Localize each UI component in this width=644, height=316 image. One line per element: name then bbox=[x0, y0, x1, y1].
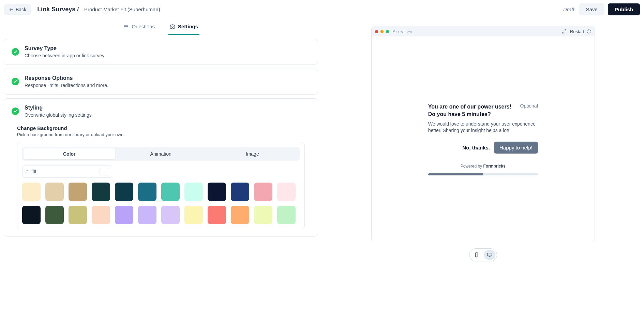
bg-tab-image[interactable]: Image bbox=[207, 148, 298, 159]
svg-line-5 bbox=[565, 30, 566, 31]
save-button[interactable]: Save bbox=[579, 3, 604, 15]
color-swatch[interactable] bbox=[22, 183, 41, 201]
powered-brand: Formbricks bbox=[483, 164, 505, 169]
color-swatch[interactable] bbox=[92, 183, 110, 201]
color-swatch[interactable] bbox=[69, 183, 87, 201]
powered-prefix: Powered by bbox=[461, 164, 483, 169]
restart-button[interactable]: Restart bbox=[570, 29, 591, 34]
check-icon bbox=[12, 107, 19, 115]
back-label: Back bbox=[16, 7, 26, 12]
color-swatch[interactable] bbox=[277, 206, 296, 224]
check-icon bbox=[12, 48, 19, 56]
smartphone-icon bbox=[474, 252, 479, 258]
survey-cta-button[interactable]: Happy to help! bbox=[494, 142, 538, 154]
restart-label: Restart bbox=[570, 29, 584, 34]
survey-card: You are one of our power users! Do you h… bbox=[427, 103, 539, 175]
color-swatch[interactable] bbox=[138, 183, 156, 201]
bg-tab-color[interactable]: Color bbox=[24, 148, 115, 159]
tab-questions[interactable]: Questions bbox=[122, 19, 156, 35]
background-picker: Color Animation Image # bbox=[17, 142, 305, 229]
preview-actions: Restart bbox=[562, 29, 591, 34]
svg-point-4 bbox=[172, 26, 173, 27]
arrow-left-icon bbox=[9, 7, 14, 12]
survey-progress-bar bbox=[428, 173, 483, 175]
status-badge: Draft bbox=[563, 6, 574, 12]
expand-icon[interactable] bbox=[562, 29, 567, 34]
color-swatch[interactable] bbox=[184, 183, 203, 201]
card-title: Response Options bbox=[25, 75, 310, 81]
color-swatch[interactable] bbox=[115, 206, 133, 224]
color-swatch[interactable] bbox=[115, 183, 133, 201]
survey-name: Product Market Fit (Superhuman) bbox=[84, 6, 160, 12]
hex-prefix: # bbox=[25, 169, 28, 174]
device-toggle bbox=[469, 248, 497, 261]
card-response-options[interactable]: Response Options Response limits, redire… bbox=[4, 69, 318, 95]
preview-label: Preview bbox=[392, 29, 412, 34]
background-tabs: Color Animation Image bbox=[22, 147, 300, 161]
tab-questions-label: Questions bbox=[132, 24, 155, 29]
card-styling: Styling Overwrite global styling setting… bbox=[4, 98, 318, 236]
preview-body: You are one of our power users! Do you h… bbox=[372, 37, 595, 242]
svg-line-6 bbox=[563, 32, 564, 33]
check-icon bbox=[12, 78, 19, 85]
color-swatch[interactable] bbox=[254, 183, 272, 201]
color-swatch[interactable] bbox=[231, 183, 249, 201]
color-swatch[interactable] bbox=[184, 206, 203, 224]
device-mobile-button[interactable] bbox=[471, 250, 482, 260]
styling-header[interactable]: Styling Overwrite global styling setting… bbox=[4, 99, 318, 121]
color-swatches bbox=[22, 183, 300, 224]
card-desc: Response limits, redirections and more. bbox=[25, 83, 310, 88]
color-swatch[interactable] bbox=[45, 206, 64, 224]
svg-rect-7 bbox=[475, 253, 478, 257]
editor-tabs: Questions Settings bbox=[0, 19, 322, 35]
card-title: Styling bbox=[25, 105, 310, 111]
refresh-icon bbox=[586, 29, 591, 34]
survey-question: You are one of our power users! Do you h… bbox=[428, 103, 517, 118]
preview-pane: Preview Restart Y bbox=[322, 19, 644, 316]
window-dots-icon bbox=[375, 30, 389, 33]
color-swatch[interactable] bbox=[138, 206, 156, 224]
header: Back Link Surveys / Product Market Fit (… bbox=[0, 0, 644, 19]
section-desc: Pick a background from our library or up… bbox=[17, 132, 305, 137]
color-swatch[interactable] bbox=[231, 206, 249, 224]
tab-settings[interactable]: Settings bbox=[168, 19, 199, 35]
color-swatch[interactable] bbox=[254, 206, 272, 224]
publish-button[interactable]: Publish bbox=[608, 3, 640, 15]
breadcrumb-root[interactable]: Link Surveys / bbox=[37, 6, 79, 13]
svg-rect-9 bbox=[487, 253, 492, 256]
color-swatch[interactable] bbox=[161, 206, 180, 224]
header-right: Draft Save Publish bbox=[563, 3, 640, 15]
main: Questions Settings Survey Type Choose be… bbox=[0, 19, 644, 316]
hex-input-wrap[interactable]: # bbox=[22, 166, 112, 178]
color-swatch[interactable] bbox=[277, 183, 296, 201]
color-swatch[interactable] bbox=[208, 206, 226, 224]
card-title: Survey Type bbox=[25, 45, 310, 52]
preview-titlebar: Preview Restart bbox=[372, 26, 595, 37]
back-button[interactable]: Back bbox=[4, 4, 31, 15]
card-survey-type[interactable]: Survey Type Choose between in-app or lin… bbox=[4, 39, 318, 65]
survey-description: We would love to understand your user ex… bbox=[428, 121, 538, 134]
settings-cards: Survey Type Choose between in-app or lin… bbox=[0, 35, 322, 240]
settings-pane: Questions Settings Survey Type Choose be… bbox=[0, 19, 322, 316]
header-left: Back Link Surveys / Product Market Fit (… bbox=[4, 4, 160, 15]
tab-settings-label: Settings bbox=[178, 24, 198, 29]
change-background-section: Change Background Pick a background from… bbox=[4, 121, 318, 229]
bg-tab-animation[interactable]: Animation bbox=[115, 148, 207, 159]
color-swatch[interactable] bbox=[22, 206, 41, 224]
gear-icon bbox=[170, 24, 175, 29]
survey-progress bbox=[428, 173, 538, 175]
powered-by[interactable]: Powered by Formbricks bbox=[428, 164, 538, 169]
card-desc: Choose between in-app or link survey. bbox=[25, 53, 310, 58]
device-desktop-button[interactable] bbox=[484, 250, 495, 260]
color-swatch[interactable] bbox=[45, 183, 64, 201]
hex-preview-swatch bbox=[100, 168, 109, 175]
preview-window: Preview Restart Y bbox=[371, 26, 595, 242]
color-swatch[interactable] bbox=[208, 183, 226, 201]
survey-skip-button[interactable]: No, thanks. bbox=[462, 145, 490, 150]
section-title: Change Background bbox=[17, 125, 305, 131]
color-swatch[interactable] bbox=[69, 206, 87, 224]
color-swatch[interactable] bbox=[92, 206, 110, 224]
monitor-icon bbox=[487, 252, 492, 258]
hex-input[interactable] bbox=[31, 169, 100, 174]
color-swatch[interactable] bbox=[161, 183, 180, 201]
